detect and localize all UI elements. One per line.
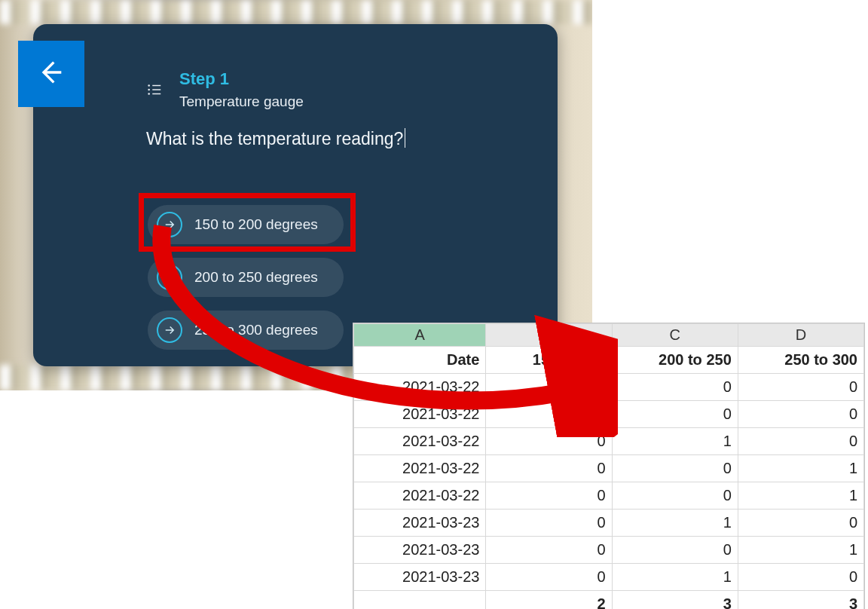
svg-point-1 xyxy=(148,89,150,91)
header-200-250[interactable]: 200 to 250 xyxy=(612,347,738,374)
table-row: 2021-03-23010 xyxy=(354,510,864,537)
header-150-200[interactable]: 150 to 200 xyxy=(486,347,612,374)
arrow-left-icon xyxy=(36,57,66,90)
col-D[interactable]: D xyxy=(738,324,863,347)
option-150-200[interactable]: 150 to 200 degrees xyxy=(148,205,344,244)
step-card: Step 1 Temperature gauge What is the tem… xyxy=(33,24,558,366)
table-row: 2021-03-22010 xyxy=(354,428,864,455)
option-250-300[interactable]: 250 to 300 degrees xyxy=(148,311,344,350)
question-text: What is the temperature reading? xyxy=(146,128,405,149)
table-row: 2021-03-22100 xyxy=(354,401,864,428)
svg-point-2 xyxy=(148,93,150,95)
option-label: 250 to 300 degrees xyxy=(194,322,318,338)
header-date[interactable]: Date xyxy=(354,347,486,374)
step-name: Temperature gauge xyxy=(179,93,304,110)
step-label: Step 1 xyxy=(179,69,229,89)
col-C[interactable]: C xyxy=(612,324,738,347)
option-label: 200 to 250 degrees xyxy=(194,269,318,286)
arrow-right-icon xyxy=(157,265,182,290)
svg-point-0 xyxy=(148,84,150,87)
spreadsheet: A B C D Date 150 to 200 200 to 250 250 t… xyxy=(353,323,865,609)
totals-row: 2 3 3 xyxy=(354,591,864,610)
arrow-right-icon xyxy=(157,212,182,237)
col-B[interactable]: B xyxy=(486,324,612,347)
back-button[interactable] xyxy=(18,41,84,107)
col-A[interactable]: A xyxy=(354,324,486,347)
option-list: 150 to 200 degrees 200 to 250 degrees 25… xyxy=(148,205,344,350)
table-row: 2021-03-22001 xyxy=(354,455,864,482)
table-row: 2021-03-22001 xyxy=(354,482,864,510)
table-row: 2021-03-22100 xyxy=(354,374,864,401)
header-250-300[interactable]: 250 to 300 xyxy=(738,347,863,374)
option-200-250[interactable]: 200 to 250 degrees xyxy=(148,258,344,297)
table-row: 2021-03-23010 xyxy=(354,564,864,591)
column-letter-row: A B C D xyxy=(354,324,864,347)
table-row: 2021-03-23001 xyxy=(354,537,864,564)
header-row: Date 150 to 200 200 to 250 250 to 300 xyxy=(354,347,864,374)
arrow-right-icon xyxy=(157,317,182,343)
option-label: 150 to 200 degrees xyxy=(194,216,318,233)
list-icon xyxy=(146,81,164,99)
